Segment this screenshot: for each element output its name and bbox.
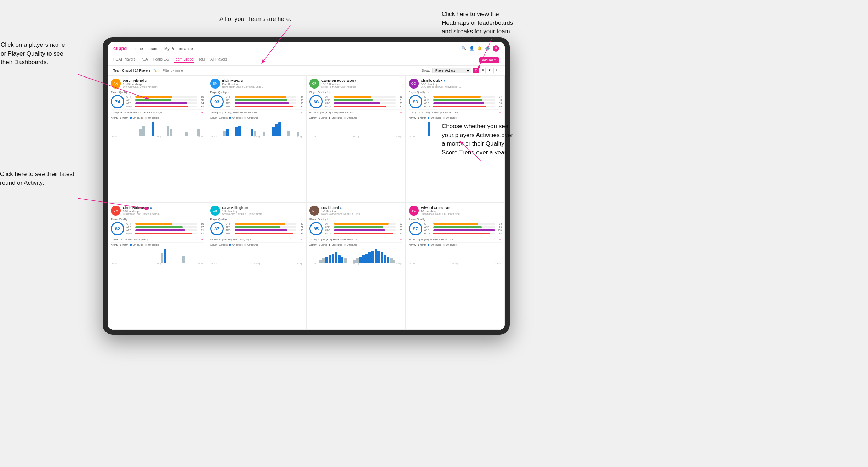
recent-round[interactable]: 04 Sep 23 | Mobility with coach, Gym → [210,237,303,241]
quality-info-icon[interactable]: ⓘ [129,217,131,221]
quality-section[interactable]: 68 OTT 61 APP 63 ARG 75 PUTT [309,95,402,108]
round-arrow-icon[interactable]: → [201,238,204,241]
quality-label: Player Quality [409,91,426,94]
recent-round[interactable]: 19 Jul 23 | 74 (+4), Sunningdale GC - Ol… [409,237,502,241]
filter-bar-right: Show: Player Activity Quality Score Tren… [421,68,499,73]
quality-info-icon[interactable]: ⓘ [228,217,230,221]
recent-round[interactable]: 07 Aug 23 | 77 (+7), St George's Hill GC… [409,109,502,114]
chart-date-end: 4 Sep [198,136,203,138]
chart-bar [335,252,337,263]
sort-view-button[interactable]: ↕ [493,68,499,73]
bar-fill-app [135,99,171,101]
chart-dates: 31 Jul 21 Aug 4 Sep [210,136,303,138]
player-card[interactable]: CR Cameron Robertson ● 11-15 Handicap Ro… [306,75,406,203]
quality-score[interactable]: 74 [111,95,124,108]
avatar-icon[interactable]: U [493,45,499,52]
quality-score[interactable]: 83 [409,95,422,108]
bar-value-arg: 81 [198,229,204,232]
player-name[interactable]: Dave Billingham [222,206,303,210]
player-name[interactable]: Chris Robertson ● [123,206,204,210]
quality-info-icon[interactable]: ⓘ [427,90,429,94]
quality-score[interactable]: 68 [309,95,323,108]
edit-icon[interactable]: ✏️ [153,69,157,72]
player-info: Edward Crossman 1-5 Handicap Sunningdale… [421,206,502,215]
show-select[interactable]: Player Activity Quality Score Trend [432,68,471,73]
bar-row-ott: OTT 89 [325,223,402,225]
bar-value-arg: 75 [397,102,402,104]
bar-track-putt [235,106,297,107]
player-name[interactable]: Aaron Nicholls [123,79,204,82]
bar-fill-arg [135,102,187,104]
bar-track-app [135,226,197,228]
nav-home[interactable]: Home [132,46,143,51]
quality-section[interactable]: 85 OTT 89 APP 80 ARG 83 PUTT [309,222,402,235]
tab-pgat-players[interactable]: PGAT Players [113,57,135,63]
quality-section[interactable]: 74 OTT 60 APP 58 ARG 84 PUTT [111,95,204,108]
recent-round[interactable]: 26 Aug 23 | 73 (+1), Royal North Devon G… [210,109,303,114]
callout-latest-round: Click here to see their latestround or A… [0,170,74,187]
quality-info-icon[interactable]: ⓘ [427,217,429,221]
chart-bar [359,257,362,263]
settings-icon[interactable]: ⚙️ [485,46,490,51]
bar-track-ott [235,96,297,98]
add-team-button[interactable]: Add Team [479,57,499,63]
bell-icon[interactable]: 🔔 [477,46,482,51]
round-arrow-icon[interactable]: → [498,238,502,241]
filter-view-button[interactable]: ▼ [487,68,492,73]
tab-all-players[interactable]: All Players [210,57,227,63]
nav-teams[interactable]: Teams [148,46,159,51]
recent-round[interactable]: 26 Aug 23 | 84 (+12), Royal North Devon … [309,237,402,241]
quality-row: Player Quality ⓘ [210,217,303,221]
search-icon[interactable]: 🔍 [462,46,467,51]
recent-round[interactable]: 02 Sep 23 | Sunrise round to get back in… [111,109,204,114]
player-card[interactable]: BM Blair McHarg Plus Handicap Royal Nort… [207,75,307,203]
quality-section[interactable]: 93 OTT 84 APP 85 ARG 88 PUTT [210,95,303,108]
recent-round[interactable]: 03 Mar 23 | 19, Must make putting → [111,237,204,241]
quality-score[interactable]: 85 [309,222,323,235]
quality-info-icon[interactable]: ⓘ [327,90,330,94]
player-name[interactable]: Charlie Quick ● [421,79,502,82]
tab-team-clippd[interactable]: Team Clippd [174,57,194,63]
bar-row-arg: ARG 75 [325,102,402,104]
quality-score[interactable]: 87 [210,222,224,235]
list-view-button[interactable]: ≡ [480,68,486,73]
player-card[interactable]: DB Dave Billingham 1-5 Handicap Sog Magi… [207,203,307,330]
recent-round[interactable]: 02 Jul 23 | 59 (+17), Craigmillar Park G… [309,109,402,114]
player-name[interactable]: Cameron Robertson ● [321,79,402,82]
bar-row-app: APP 77 [126,226,204,228]
quality-score[interactable]: 82 [111,222,124,235]
round-arrow-icon[interactable]: → [300,238,303,241]
quality-score[interactable]: 93 [210,95,224,108]
player-card[interactable]: DF David Ford ● 1-5 Handicap Royal North… [306,203,406,330]
tab-tour[interactable]: Tour [199,57,205,63]
recent-round-text: 02 Sep 23 | Sunrise round to get back in… [111,111,200,114]
player-name[interactable]: Edward Crossman [421,206,502,210]
quality-info-icon[interactable]: ⓘ [327,217,330,221]
tab-hcaps[interactable]: Hcaps 1-5 [153,57,169,63]
grid-view-button[interactable]: ⊞ [473,68,479,73]
quality-score[interactable]: 87 [409,222,422,235]
quality-info-icon[interactable]: ⓘ [228,90,230,94]
player-card[interactable]: AN Aaron Nicholls 11-15 Handicap Drift G… [108,75,207,203]
round-arrow-icon[interactable]: → [399,238,402,241]
quality-label: Player Quality [111,218,127,221]
round-arrow-icon[interactable]: → [201,110,204,114]
quality-section[interactable]: 87 OTT 82 APP 74 ARG 85 PUTT [210,222,303,235]
quality-info-icon[interactable]: ⓘ [129,90,131,94]
quality-section[interactable]: 87 OTT 73 APP 79 ARG 103 PUTT [409,222,502,235]
round-arrow-icon[interactable]: → [399,110,402,114]
tab-pga[interactable]: PGA [140,57,148,63]
player-name[interactable]: David Ford ● [321,206,402,210]
quality-section[interactable]: 82 OTT 60 APP 77 ARG 81 PUTT [111,222,204,235]
round-arrow-icon[interactable]: → [498,110,502,114]
quality-section[interactable]: 83 OTT 77 APP 80 ARG 83 PUTT [409,95,502,108]
round-arrow-icon[interactable]: → [300,110,303,114]
user-icon[interactable]: 👤 [469,46,474,51]
player-card[interactable]: EC Edward Crossman 1-5 Handicap Sunningd… [406,203,505,330]
bar-track-app [235,226,297,228]
recent-round-text: 03 Mar 23 | 19, Must make putting [111,238,200,241]
nav-my-performance[interactable]: My Performance [164,46,193,51]
filter-input[interactable] [160,68,195,73]
player-name[interactable]: Blair McHarg [222,79,303,82]
player-card[interactable]: CR Chris Robertson ● 1-5 Handicap Craigm… [108,203,207,330]
